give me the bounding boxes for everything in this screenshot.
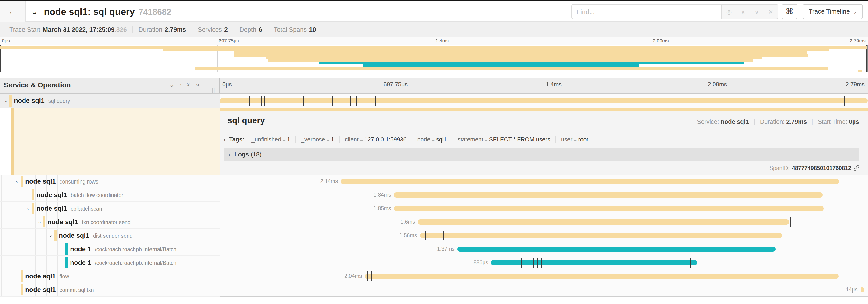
minimap-left-handle[interactable] [0,45,1,72]
log-tick [356,96,357,105]
span-duration-label: 14µs [846,287,858,292]
match-target-icon[interactable]: ◎ [726,8,732,15]
command-icon: ⌘ [785,7,794,16]
span-tree-item[interactable]: node sql1flow [0,269,220,283]
span-tree-item[interactable]: ⌄node sql1txn coordinator send [0,215,220,229]
minimap-tick-label: 697.75µs [219,38,239,43]
span-bar-cell[interactable]: 2.14ms [220,175,868,188]
prev-match-icon[interactable]: ∧ [741,8,745,15]
page-title: node sql1: sql query7418682 [44,3,171,21]
trace-minimap[interactable] [0,45,868,72]
minimap-right-handle[interactable] [866,45,867,72]
minimap-span [319,62,744,64]
detail-divider [224,132,859,132]
collapse-one-icon[interactable]: ⌄ [169,81,175,88]
span-bar[interactable] [341,179,839,184]
span-tree-item[interactable]: node 1/cockroach.roachpb.Internal/Batch [0,242,220,256]
shortcuts-button[interactable]: ⌘ [782,4,798,19]
log-tick [394,271,394,281]
span-bar-cell[interactable]: 1.6ms [220,215,868,229]
tree-controls: ⌄ › » » [169,81,199,88]
chevron-down-icon[interactable]: ⌄ [15,178,19,184]
column-resize-grip[interactable]: || [212,87,215,93]
minimap-span [266,57,762,59]
span-row: node 1/cockroach.roachpb.Internal/Batch8… [0,256,868,269]
tags-row[interactable]: › Tags: _unfinished=1 _verbose=1 client=… [224,136,593,143]
span-tree-item[interactable]: node sql1batch flow coordinator [0,188,220,202]
span-tree-item[interactable]: ⌄node sql1consuming rows [0,175,220,188]
back-arrow-icon: ← [8,6,17,16]
service-name: node sql1sql query [14,97,70,104]
span-bar[interactable] [860,287,864,292]
span-bar-cell[interactable]: 1.85ms [220,202,868,215]
span-bar-cell[interactable]: 2.04ms [220,269,868,283]
collapse-all-icon[interactable]: » [185,83,193,87]
operation-name: flow [60,274,69,279]
span-bar-cell[interactable]: 1.37ms [220,242,868,256]
chevron-down-icon[interactable]: ⌄ [49,232,53,238]
span-row: node 1/cockroach.roachpb.Internal/Batch1… [0,242,868,256]
title-collapse-icon[interactable]: ⌄ [31,3,38,20]
span-bar[interactable] [420,233,782,238]
span-tree-item[interactable]: node 1/cockroach.roachpb.Internal/Batch [0,256,220,269]
span-bar[interactable] [418,219,789,225]
clear-find-icon[interactable]: ✕ [768,8,773,15]
operation-name: commit sql txn [60,287,94,293]
span-row: ⌄node sql1consuming rows2.14ms [0,175,868,188]
span-duration-label: 1.85ms [373,205,391,211]
trace-stat: Services2 [192,26,234,33]
trace-stat: Total Spans10 [268,26,322,33]
expand-all-icon[interactable]: » [196,81,199,88]
log-tick [334,96,335,105]
trace-stat: Duration2.79ms [132,26,192,33]
tag-item: _unfinished=1 [246,136,296,143]
minimap-span [0,46,867,49]
span-bar[interactable] [457,246,775,252]
span-bar[interactable] [365,274,838,279]
service-color-accent [43,216,45,228]
span-tree-item[interactable]: ⌄node sql1dist sender send [0,229,220,242]
ruler-tick-label: 2.09ms [708,81,727,88]
span-row: ⌄node sql1sql query [0,94,868,108]
service-name: node sql1dist sender send [59,232,133,239]
copy-link-icon[interactable] [854,165,859,171]
trace-id: 7418682 [138,7,171,17]
service-color-accent [32,189,34,200]
span-tree-item[interactable]: node sql1commit sql txn [0,283,220,297]
span-bar[interactable] [220,98,868,103]
next-match-icon[interactable]: ∨ [754,8,759,15]
service-operation-header: Service & Operation ⌄ › » » || [0,77,220,93]
span-bar-cell[interactable]: 1.84ms [220,188,868,202]
span-bar-cell[interactable]: 14µs [220,283,868,297]
view-selector-button[interactable]: Trace Timeline⌄ [803,4,863,19]
back-button[interactable]: ← [0,1,26,22]
log-tick [392,271,393,281]
span-row: node sql1batch flow coordinator1.84ms [0,188,868,202]
span-tree-item[interactable]: ⌄node sql1colbatchscan [0,202,220,215]
log-tick [330,96,330,105]
span-bar[interactable] [394,206,824,211]
logs-expander[interactable]: ›Logs(18) [224,147,859,161]
find-input[interactable] [571,4,721,19]
log-tick [515,258,516,268]
chevron-down-icon[interactable]: ⌄ [26,205,30,211]
service-color-accent [21,284,23,295]
ruler-tick-label: 697.75µs [383,81,408,88]
chevron-down-icon[interactable]: ⌄ [37,218,41,225]
log-tick [522,258,522,268]
span-bar-cell[interactable] [220,94,868,108]
operation-name: /cockroach.roachpb.Internal/Batch [95,260,176,266]
log-tick [303,96,304,105]
log-tick [235,96,236,105]
span-row: node sql1commit sql txn14µs [0,283,868,297]
span-row: ⌄node sql1dist sender send1.56ms [0,229,868,242]
span-bar[interactable] [394,192,823,198]
span-bar-cell[interactable]: 1.56ms [220,229,868,242]
expand-one-icon[interactable]: › [180,81,182,88]
tag-item: client=127.0.0.1:59936 [339,136,412,143]
span-tree-item[interactable]: ⌄node sql1sql query [0,94,220,108]
chevron-down-icon[interactable]: ⌄ [4,97,8,103]
span-detail-highlight [13,108,220,175]
span-bar-cell[interactable]: 886µs [220,256,868,269]
service-operation-title: Service & Operation [4,81,71,89]
